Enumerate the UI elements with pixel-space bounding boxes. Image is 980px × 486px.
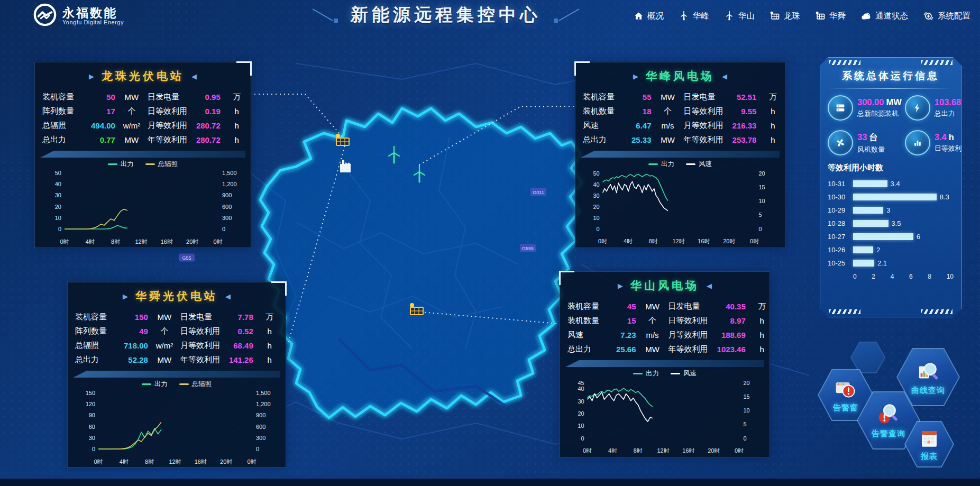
nav-item-华峰[interactable]: 华峰 [679, 11, 709, 22]
legend-entry: 总辐照 [145, 160, 178, 169]
stat-unit: 万 [258, 312, 281, 322]
svg-text:600: 600 [256, 424, 265, 430]
svg-text:8时: 8时 [634, 447, 643, 454]
svg-text:10: 10 [593, 215, 599, 221]
title-decor-left [309, 7, 343, 24]
page-title-block: 新能源远程集控中心 [309, 3, 582, 27]
stat-unit: h [258, 341, 281, 350]
stat-value: 25.33 [631, 135, 656, 144]
stat-unit: w/m² [153, 341, 176, 350]
decor-hexagon [850, 342, 885, 373]
stat-label: 装机容量 [583, 92, 631, 102]
svg-text:20: 20 [743, 380, 749, 386]
svg-text:90: 90 [89, 412, 95, 418]
bar-value: 3 [886, 206, 890, 214]
stat-unit: 个 [153, 326, 176, 336]
nav-item-华山[interactable]: 华山 [724, 11, 755, 22]
alarm-query-icon [876, 402, 901, 428]
svg-text:16时: 16时 [161, 239, 173, 245]
stat-label: 日发电量 [668, 301, 717, 311]
system-stat: 3.4h日等效利用 [905, 130, 979, 155]
stat-row: 总出力25.66MW [567, 342, 664, 356]
nav-label: 华峰 [693, 11, 709, 22]
stat-row: 月等效利用216.33h [684, 118, 785, 133]
stat-row: 阵列数量49个 [75, 324, 176, 338]
stat-value: 15 [616, 316, 641, 325]
corner-bracket [271, 281, 287, 296]
svg-text:0: 0 [92, 446, 95, 452]
stat-unit: MW [656, 93, 680, 102]
logo-name-en: Yongfu Digital Energy [62, 19, 124, 25]
stat-row: 日等效利用8.97h [668, 314, 774, 328]
stat-label: 日发电量 [148, 92, 196, 102]
stat-unit: w/m² [120, 121, 143, 130]
stat-value: 52.51 [732, 93, 762, 102]
solar-station-icon [410, 303, 423, 315]
stat-unit: MW [641, 345, 664, 354]
stat-value: 9.55 [732, 107, 762, 116]
svg-text:8时: 8时 [649, 238, 658, 244]
stat-row: 日等效利用0.52h [180, 324, 281, 338]
bar-date: 10-28 [828, 219, 853, 227]
stat-unit: MW [153, 355, 176, 364]
huafeng-station-panel: ▶ 华峰风电场 ◀ 装机容量55MW装机数量18个风速6.47m/s总出力25.… [575, 62, 785, 248]
svg-text:0时: 0时 [247, 459, 256, 465]
stat-label: 装机数量 [567, 316, 616, 326]
stat-value: 17 [91, 107, 120, 116]
channel-status-icon [860, 11, 872, 22]
huashun-station-panel: ▶ 华舜光伏电站 ◀ 装机容量150MW阵列数量49个总辐照718.00w/m²… [67, 282, 286, 467]
province-boundary [260, 108, 582, 418]
stat-row: 月等效利用280.72h [148, 118, 249, 133]
stat-row: 日等效利用9.55h [684, 104, 785, 118]
svg-text:12时: 12时 [673, 238, 685, 244]
system-stat-label: 总新能源装机 [857, 109, 902, 118]
bar-row: 10-262 [828, 243, 954, 256]
stat-label: 日等效利用 [668, 316, 717, 326]
svg-text:20: 20 [578, 410, 584, 417]
svg-text:600: 600 [222, 204, 232, 210]
stat-label: 月等效利用 [180, 341, 229, 351]
hatch-decor [921, 60, 952, 65]
stat-unit: MW [120, 93, 143, 102]
svg-text:20时: 20时 [708, 447, 720, 454]
stat-label: 总出力 [42, 135, 91, 145]
nav-item-通道状态[interactable]: 通道状态 [860, 11, 908, 22]
svg-text:0时: 0时 [598, 238, 607, 244]
stat-value: 494.00 [91, 121, 120, 130]
stat-unit: 个 [120, 106, 143, 116]
stat-label: 年等效利用 [668, 344, 717, 354]
svg-text:4时: 4时 [624, 238, 633, 244]
bar-date: 10-27 [828, 233, 853, 241]
system-info-title: 系统总体运行信息 [828, 69, 954, 83]
nav-item-概况[interactable]: 概况 [634, 11, 664, 22]
stat-row: 日发电量7.78万 [180, 310, 281, 324]
stat-value: 45 [616, 302, 641, 311]
hex-button-label: 报表 [921, 452, 938, 462]
bar-date: 10-29 [828, 206, 853, 214]
svg-text:G555: G555 [522, 246, 534, 251]
stat-label: 总出力 [583, 135, 631, 145]
svg-text:0: 0 [743, 435, 746, 442]
road-badge: G555 [520, 244, 536, 252]
system-stat-value: 300.00MW [857, 97, 902, 107]
svg-text:4时: 4时 [86, 239, 95, 245]
nav-item-系统配置[interactable]: 系统配置 [923, 11, 970, 22]
svg-text:10: 10 [55, 215, 61, 221]
station-stats: 装机容量55MW装机数量18个风速6.47m/s总出力25.33MW 日发电量5… [575, 87, 785, 148]
svg-text:1,200: 1,200 [222, 181, 237, 187]
nav-item-龙珠[interactable]: 龙珠 [770, 11, 800, 22]
stat-row: 日发电量40.35万 [668, 299, 774, 314]
hatch-decor [829, 60, 860, 65]
huafeng-output-chart: 01020304050051015200时4时8时12时16时20时0时 [578, 170, 783, 248]
wind-turbine-icon [679, 11, 689, 21]
stat-unit: h [761, 107, 784, 116]
svg-text:1,200: 1,200 [256, 401, 271, 407]
station-title: 华峰风电场 [646, 69, 715, 84]
stat-value: 0.19 [196, 107, 225, 116]
stat-value: 253.78 [732, 135, 762, 144]
bar-value: 2.1 [877, 259, 887, 267]
title-decor-right [548, 7, 582, 24]
nav-item-华舜[interactable]: 华舜 [815, 11, 846, 22]
chart-legend: 出力总辐照 [35, 158, 251, 170]
stat-label: 月等效利用 [148, 121, 196, 131]
